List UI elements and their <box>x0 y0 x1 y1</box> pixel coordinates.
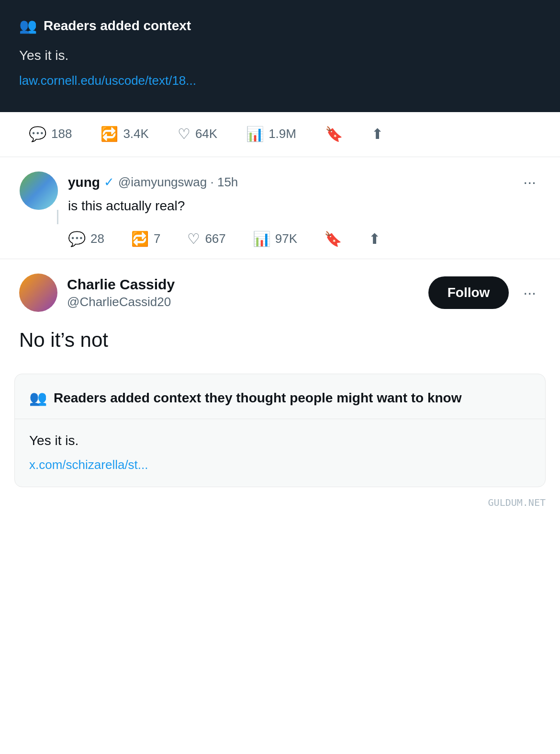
charlie-avatar <box>19 274 57 312</box>
context-link-light[interactable]: x.com/schizarella/st... <box>15 456 545 487</box>
yung-views-count: 97K <box>275 231 297 246</box>
yung-like-count: 667 <box>205 231 225 246</box>
yung-handle-time: @iamyungswag · 15h <box>118 175 238 190</box>
yung-header-left: yung ✓ @iamyungswag · 15h <box>68 175 238 190</box>
like-count: 64K <box>195 126 217 141</box>
bookmark-icon: 🔖 <box>325 126 343 142</box>
charlie-handle: @CharlieCassid20 <box>67 295 419 309</box>
context-header-dark: 👥 Readers added context <box>19 17 541 34</box>
reply-count: 188 <box>51 126 72 141</box>
heart-icon-2: ♡ <box>187 230 200 247</box>
views-count: 1.9M <box>269 126 296 141</box>
bottom-context-section: 👥 Readers added context they thought peo… <box>14 374 546 487</box>
context-body-dark: Yes it is. <box>19 46 541 66</box>
bookmark-icon-2: 🔖 <box>324 230 342 247</box>
watermark: GULDUM.NET <box>0 487 560 513</box>
retweet-count: 3.4K <box>123 126 149 141</box>
retweet-icon: 🔁 <box>101 126 118 142</box>
yung-avatar <box>20 171 58 210</box>
yung-tweet-row: yung ✓ @iamyungswag · 15h ··· is this ac… <box>0 157 560 259</box>
views-icon: 📊 <box>246 126 264 142</box>
yung-tweet-text: is this actually real? <box>68 196 541 216</box>
yung-username: yung <box>68 175 100 190</box>
yung-tweet-actions: 💬 28 🔁 7 ♡ 667 📊 97K 🔖 <box>68 226 541 259</box>
views-action[interactable]: 📊 1.9M <box>246 126 296 142</box>
yung-share-action[interactable]: ⬆ <box>369 230 381 247</box>
yung-tweet-header: yung ✓ @iamyungswag · 15h ··· <box>68 171 541 193</box>
yung-views-action[interactable]: 📊 97K <box>253 230 297 247</box>
context-link-dark[interactable]: law.cornell.edu/uscode/text/18... <box>19 73 196 88</box>
yung-retweet-count: 7 <box>154 231 160 246</box>
views-icon-2: 📊 <box>253 230 270 247</box>
charlie-username: Charlie Cassidy <box>67 276 419 293</box>
share-action[interactable]: ⬆ <box>371 126 383 142</box>
action-bar: 💬 188 🔁 3.4K ♡ 64K 📊 1.9M 🔖 ⬆ <box>0 112 560 157</box>
top-context-section: 👥 Readers added context Yes it is. law.c… <box>0 0 560 112</box>
charlie-more-icon[interactable]: ··· <box>518 282 541 304</box>
verified-icon: ✓ <box>104 175 114 190</box>
share-icon: ⬆ <box>371 126 383 142</box>
yung-reply-count: 28 <box>90 231 104 246</box>
yung-tweet-content: yung ✓ @iamyungswag · 15h ··· is this ac… <box>68 171 541 259</box>
reply-action[interactable]: 💬 188 <box>29 126 72 142</box>
bookmark-action[interactable]: 🔖 <box>325 126 343 142</box>
reply-icon: 💬 <box>29 126 46 142</box>
page-container: 👥 Readers added context Yes it is. law.c… <box>0 0 560 513</box>
yung-bookmark-action[interactable]: 🔖 <box>324 230 342 247</box>
follow-button[interactable]: Follow <box>428 276 509 309</box>
context-title-light: Readers added context they thought peopl… <box>54 388 462 407</box>
context-title-dark: Readers added context <box>44 18 191 34</box>
readers-icon-dark: 👥 <box>19 17 37 34</box>
yung-like-action[interactable]: ♡ 667 <box>187 230 225 247</box>
context-header-light: 👥 Readers added context they thought peo… <box>15 374 545 419</box>
heart-icon: ♡ <box>178 126 190 142</box>
like-action[interactable]: ♡ 64K <box>178 126 217 142</box>
thread-connector <box>57 210 58 224</box>
charlie-header-row: Charlie Cassidy @CharlieCassid20 Follow … <box>0 259 560 321</box>
share-icon-2: ⬆ <box>369 230 381 247</box>
retweet-icon-2: 🔁 <box>131 230 149 247</box>
charlie-tweet-text: No it’s not <box>0 321 560 374</box>
yung-reply-action[interactable]: 💬 28 <box>68 230 104 247</box>
context-body-light: Yes it is. <box>15 419 545 456</box>
yung-retweet-action[interactable]: 🔁 7 <box>131 230 160 247</box>
retweet-action[interactable]: 🔁 3.4K <box>101 126 149 142</box>
more-options-icon[interactable]: ··· <box>518 171 541 193</box>
charlie-user-info: Charlie Cassidy @CharlieCassid20 <box>67 276 419 309</box>
reply-icon-2: 💬 <box>68 230 86 247</box>
readers-icon-light: 👥 <box>29 389 47 406</box>
